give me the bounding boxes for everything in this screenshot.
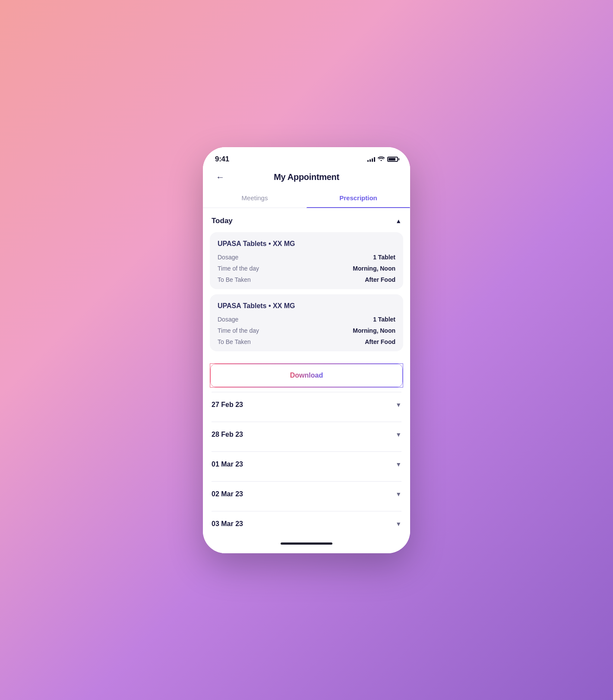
chevron-down-icon-4: ▼ bbox=[395, 491, 401, 498]
section-date-3: 01 Mar 23 bbox=[212, 460, 243, 468]
chevron-down-icon-1: ▼ bbox=[395, 401, 401, 408]
download-button[interactable]: Download bbox=[210, 363, 403, 388]
med-dosage-row-1: Dosage 1 Tablet bbox=[218, 254, 395, 261]
today-section-title: Today bbox=[212, 217, 233, 225]
today-section-header[interactable]: Today ▲ bbox=[203, 208, 410, 232]
section-28feb[interactable]: 28 Feb 23 ▼ bbox=[203, 422, 410, 447]
chevron-down-icon-3: ▼ bbox=[395, 461, 401, 468]
time-label-2: Time of the day bbox=[218, 327, 259, 334]
back-button[interactable]: ← bbox=[213, 170, 227, 184]
back-arrow-icon: ← bbox=[216, 172, 224, 182]
chevron-up-icon: ▲ bbox=[395, 218, 401, 224]
home-bar bbox=[281, 542, 332, 545]
section-date-4: 02 Mar 23 bbox=[212, 490, 243, 498]
taken-label-2: To Be Taken bbox=[218, 338, 251, 345]
section-date-1: 27 Feb 23 bbox=[212, 401, 243, 409]
tabs-container: Meetings Prescription bbox=[203, 189, 410, 208]
taken-label-1: To Be Taken bbox=[218, 276, 251, 283]
collapsed-sections: 27 Feb 23 ▼ 28 Feb 23 ▼ 01 Mar 23 ▼ 02 M… bbox=[203, 392, 410, 536]
section-27feb[interactable]: 27 Feb 23 ▼ bbox=[203, 392, 410, 417]
med-time-row-1: Time of the day Morning, Noon bbox=[218, 265, 395, 272]
section-01mar[interactable]: 01 Mar 23 ▼ bbox=[203, 452, 410, 477]
home-indicator bbox=[203, 536, 410, 553]
med-dosage-row-2: Dosage 1 Tablet bbox=[218, 316, 395, 323]
taken-value-1: After Food bbox=[365, 276, 395, 283]
status-icons bbox=[367, 156, 398, 162]
medication-card-2: UPASA Tablets • XX MG Dosage 1 Tablet Ti… bbox=[210, 294, 403, 351]
med-name-1: UPASA Tablets • XX MG bbox=[218, 240, 395, 248]
chevron-down-icon-5: ▼ bbox=[395, 520, 401, 527]
med-taken-row-1: To Be Taken After Food bbox=[218, 276, 395, 283]
phone-frame: 9:41 ← My Appointment bbox=[203, 147, 410, 553]
download-label: Download bbox=[290, 372, 323, 379]
status-bar: 9:41 bbox=[203, 147, 410, 168]
chevron-down-icon-2: ▼ bbox=[395, 431, 401, 438]
download-wrapper: Download bbox=[203, 356, 410, 388]
battery-fill bbox=[389, 158, 395, 161]
content-area: Today ▲ UPASA Tablets • XX MG Dosage 1 T… bbox=[203, 208, 410, 536]
dosage-label-2: Dosage bbox=[218, 316, 238, 323]
med-name-2: UPASA Tablets • XX MG bbox=[218, 302, 395, 310]
dosage-label-1: Dosage bbox=[218, 254, 238, 261]
taken-value-2: After Food bbox=[365, 338, 395, 345]
time-label-1: Time of the day bbox=[218, 265, 259, 272]
med-taken-row-2: To Be Taken After Food bbox=[218, 338, 395, 345]
dosage-value-1: 1 Tablet bbox=[373, 254, 395, 261]
time-value-1: Morning, Noon bbox=[353, 265, 395, 272]
medication-card-1: UPASA Tablets • XX MG Dosage 1 Tablet Ti… bbox=[210, 232, 403, 289]
battery-icon bbox=[387, 157, 398, 162]
medication-list: UPASA Tablets • XX MG Dosage 1 Tablet Ti… bbox=[203, 232, 410, 351]
dosage-value-2: 1 Tablet bbox=[373, 316, 395, 323]
section-date-2: 28 Feb 23 bbox=[212, 431, 243, 438]
time-value-2: Morning, Noon bbox=[353, 327, 395, 334]
status-time: 9:41 bbox=[215, 155, 229, 164]
wifi-icon bbox=[378, 156, 385, 162]
signal-icon bbox=[367, 157, 375, 162]
section-02mar[interactable]: 02 Mar 23 ▼ bbox=[203, 482, 410, 507]
section-03mar[interactable]: 03 Mar 23 ▼ bbox=[203, 511, 410, 536]
tab-meetings[interactable]: Meetings bbox=[203, 189, 306, 208]
header: ← My Appointment bbox=[203, 168, 410, 189]
med-time-row-2: Time of the day Morning, Noon bbox=[218, 327, 395, 334]
page-title: My Appointment bbox=[274, 172, 339, 182]
tab-prescription[interactable]: Prescription bbox=[306, 189, 410, 208]
section-date-5: 03 Mar 23 bbox=[212, 520, 243, 528]
